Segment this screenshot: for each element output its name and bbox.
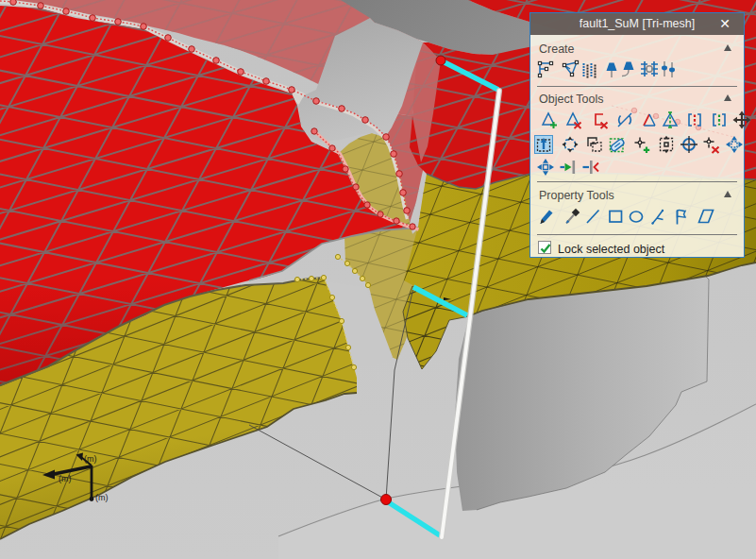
svg-text:(m): (m) — [59, 474, 72, 483]
svg-text:(m): (m) — [95, 493, 109, 502]
svg-text:(m): (m) — [84, 454, 97, 464]
